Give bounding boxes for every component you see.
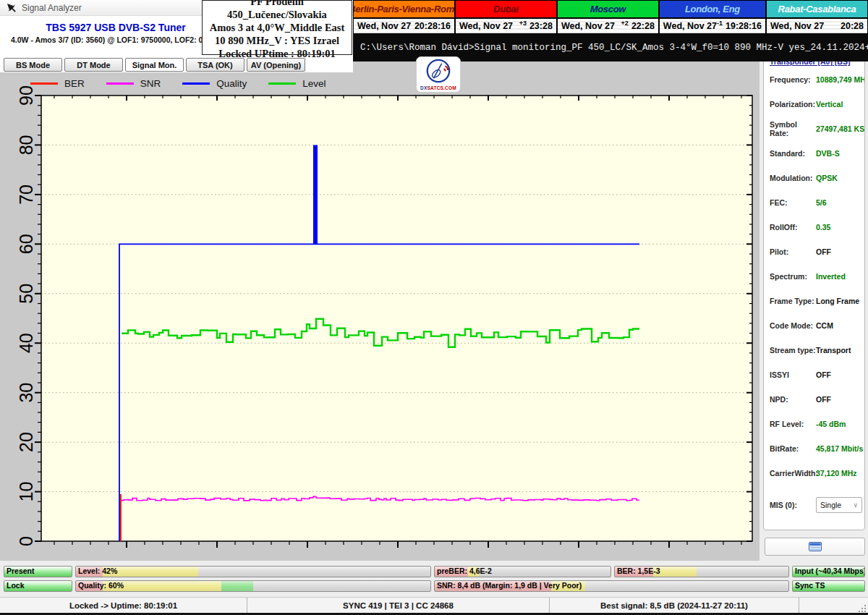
clock-right: +222:28 xyxy=(621,21,655,31)
tab-dt-mode[interactable]: DT Mode xyxy=(64,58,123,72)
dxsatcs-logo-text: DXSATCS.COM xyxy=(417,85,460,90)
tp-row-label: CarrierWidth: xyxy=(770,469,816,478)
bar-label: Input (~40,34 Mbps) xyxy=(795,567,865,575)
mode-tabs: BS ModeDT ModeSignal Mon.TSA (OK)AV (Ope… xyxy=(4,58,305,72)
chart-legend: BERSNRQualityLevel xyxy=(30,78,326,89)
tp-row-value: 45,817 Mbit/s xyxy=(816,444,863,453)
quality-bar: Quality: 60% xyxy=(75,580,431,592)
site-info-line: Amos 3 at 4,0°W_Middle East xyxy=(203,21,352,34)
tp-row-label: RF Level: xyxy=(770,420,816,428)
clock-right: 20:28:16 xyxy=(412,21,451,31)
stream-list-button[interactable] xyxy=(765,538,865,556)
transponder-row: Modulation:QPSK xyxy=(764,166,864,190)
status-best-signal: Best signal: 8,5 dB (2024-11-27 20:11) xyxy=(550,598,799,613)
dxsatcs-logo-icon xyxy=(418,57,459,85)
svg-text:70: 70 xyxy=(16,184,36,205)
tp-row-value: 27497,481 KS/s xyxy=(816,124,865,133)
dxsatcs-logo: DXSATCS.COM xyxy=(416,56,461,93)
clock-date: Wed, Nov 27 xyxy=(459,21,513,31)
transponder-row: Code Mode:CCM xyxy=(764,313,864,338)
clock-time-1: Wed, Nov 27+323:28 xyxy=(456,19,556,33)
clock-date: Wed, Nov 27 xyxy=(770,21,824,31)
tuner-info: TBS 5927 USB DVB-S2 Tuner 4.0W - Amos 3/… xyxy=(11,22,221,44)
lock-indicator: Lock xyxy=(4,580,72,592)
transponder-row: BitRate:45,817 Mbit/s xyxy=(764,436,864,461)
svg-text:50: 50 xyxy=(16,284,36,304)
legend-color-level xyxy=(268,82,296,85)
tuner-name: TBS 5927 USB DVB-S2 Tuner xyxy=(11,22,221,33)
svg-text:40: 40 xyxy=(16,333,36,353)
tp-row-value: OFF xyxy=(816,370,831,379)
mis-selected-value: Single xyxy=(820,501,841,509)
transponder-row: Symbol Rate:27497,481 KS/s xyxy=(764,116,864,141)
tab-av-opening[interactable]: AV (Opening) xyxy=(247,58,305,72)
tp-row-value: 10889,749 MHz xyxy=(816,75,865,84)
ber-bar: BER: 1,5E-3 xyxy=(614,566,789,577)
tp-row-value: QPSK xyxy=(816,174,838,182)
chart-top-filler xyxy=(353,62,760,72)
legend-item-level: Level xyxy=(268,78,326,89)
clock-city-1: Dubai xyxy=(456,1,556,17)
tp-row-label: FEC: xyxy=(770,198,816,207)
status-uptime: Locked -> Uptime: 80:19:01 xyxy=(0,598,247,613)
sync-ts-bar: Sync TS xyxy=(792,580,865,592)
svg-text:0: 0 xyxy=(16,536,36,546)
clock-value: 20:28 xyxy=(841,21,864,31)
mis-row: MIS (0): Single ∨ xyxy=(764,497,864,513)
clock-city-2: Moscow xyxy=(558,1,658,17)
transponder-row: Frame Type:Long Frame xyxy=(764,289,864,313)
site-info-line: PF Prodelin 450_Lučenec/Slovakia xyxy=(203,0,352,21)
site-info-line: 10 890 MHz_V : YES Izrael xyxy=(203,34,352,47)
snr-bar: SNR: 8,4 dB (Margin: 1,9 dB | Very Poor) xyxy=(434,580,789,592)
transponder-row: RollOff:0.35 xyxy=(764,215,864,239)
bar-label: BER: 1,5E-3 xyxy=(617,567,660,575)
tab-bs-mode[interactable]: BS Mode xyxy=(4,58,62,72)
clock-value: 23:28 xyxy=(529,21,553,31)
transponder-row: Stream type:Transport xyxy=(764,338,864,362)
bar-label: Level: 42% xyxy=(78,567,117,575)
transponder-row: ISSYIOFF xyxy=(764,362,864,387)
mis-label: MIS (0): xyxy=(770,501,816,509)
legend-item-snr: SNR xyxy=(106,78,161,89)
tp-row-label: Stream type: xyxy=(770,346,816,355)
tp-row-value: Inverted xyxy=(816,272,846,281)
clock-utc-offset: -1 xyxy=(717,20,723,27)
tp-row-label: Code Mode: xyxy=(770,321,816,330)
bar-label: Sync TS xyxy=(795,581,825,590)
tab-signal-mon[interactable]: Signal Mon. xyxy=(125,58,184,72)
legend-label: SNR xyxy=(140,78,161,89)
clock-city-3: London, Eng xyxy=(660,1,765,17)
chart-plot: 0102030405060708090 xyxy=(0,72,760,561)
tp-row-value: 37,120 MHz xyxy=(816,469,857,478)
clock-value: 19:28:16 xyxy=(726,21,762,31)
transponder-row: FEC:5/6 xyxy=(764,190,864,215)
transponder-row: Polarization:Vertical xyxy=(764,92,864,116)
console-text: C:\Users\Roman Dávid>Signal monitoring_P… xyxy=(360,43,868,53)
clock-time-4: Wed, Nov 2720:28 xyxy=(767,19,867,33)
tp-row-label: Polarization: xyxy=(770,100,816,109)
mis-dropdown[interactable]: Single ∨ xyxy=(816,497,862,513)
tp-row-label: Pilot: xyxy=(770,247,816,256)
resize-grip[interactable] xyxy=(857,603,866,612)
tp-row-label: BitRate: xyxy=(770,444,816,453)
tp-row-label: Standard: xyxy=(770,149,816,158)
tp-row-value: 5/6 xyxy=(816,198,827,207)
tp-row-label: ISSYI xyxy=(770,370,816,379)
tab-tsa-ok[interactable]: TSA (OK) xyxy=(186,58,244,72)
bar-label: Lock xyxy=(7,581,25,590)
tp-row-label: Frequency: xyxy=(770,75,816,84)
signal-analyzer-window: Signal Analyzer TBS 5927 USB DVB-S2 Tune… xyxy=(0,0,868,615)
tp-row-value: 0.35 xyxy=(816,223,830,232)
world-clocks: Berlin-Paris-Vienna-RomaDubaiMoscowLondo… xyxy=(353,0,868,34)
tp-row-value: CCM xyxy=(816,321,833,330)
bar-label: Quality: 60% xyxy=(78,581,124,590)
clock-time-2: Wed, Nov 27+222:28 xyxy=(558,19,658,33)
window-title: Signal Analyzer xyxy=(22,3,82,13)
tp-row-label: NPD: xyxy=(770,395,816,404)
transponder-row: Spectrum:Inverted xyxy=(764,264,864,289)
svg-text:10: 10 xyxy=(16,482,36,502)
transponder-panel: Transponder [A0] [BS] Frequency:10889,74… xyxy=(763,51,865,530)
svg-text:80: 80 xyxy=(16,135,36,155)
bar-label: Present xyxy=(7,567,35,575)
clock-right: -119:28:16 xyxy=(717,21,762,31)
